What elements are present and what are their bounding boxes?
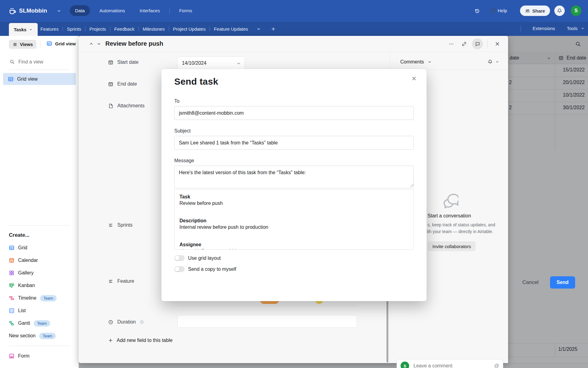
current-view-button[interactable]: Grid view: [47, 41, 76, 46]
views-label: Views: [20, 42, 33, 47]
app-window: SLMobbin Data Automations Interfaces For…: [0, 0, 588, 368]
create-item-gantt[interactable]: Gantt Team: [3, 319, 76, 328]
conversation-empty-line1: s, keep track of status updates, and: [428, 222, 507, 227]
tab-automations[interactable]: Automations: [94, 5, 130, 16]
field-feature[interactable]: Feature: [108, 277, 134, 285]
create-item-timeline[interactable]: Timeline Team: [3, 293, 76, 303]
to-input[interactable]: [174, 106, 414, 120]
table-bar: Tasks Features Sprints Projects Feedback…: [0, 22, 588, 36]
record-close-icon[interactable]: [495, 41, 500, 47]
app-switcher-chevron-icon[interactable]: [57, 9, 61, 13]
tools-label: Tools: [566, 26, 579, 31]
preview-field-value: alexsmith@content-mobbin.com: [179, 248, 409, 250]
preview-field-value: Internal review before push to productio…: [179, 224, 409, 230]
mention-at-icon[interactable]: @: [494, 363, 499, 368]
find-view-input[interactable]: [18, 58, 70, 66]
send-button[interactable]: Send: [550, 276, 575, 289]
field-start-date[interactable]: Start date: [108, 58, 138, 66]
current-view-label: Grid view: [55, 41, 76, 46]
add-field-button[interactable]: Add new field to this table: [108, 338, 172, 343]
sidebar-view-grid-selected[interactable]: Grid view: [3, 73, 76, 85]
record-header-divider: [487, 40, 488, 48]
notifications-button[interactable]: [554, 6, 565, 16]
invite-collaborators-button[interactable]: Invite collaborators: [428, 241, 476, 251]
table-tab-projects[interactable]: Projects: [88, 26, 107, 32]
history-icon[interactable]: [474, 8, 480, 14]
textarea-resize-handle[interactable]: [410, 184, 414, 187]
field-sprints[interactable]: Sprints: [108, 221, 133, 229]
help-icon: [490, 8, 496, 13]
more-tables-chevron-icon[interactable]: [256, 27, 261, 31]
help-label: Help: [498, 8, 507, 13]
record-copy-link-icon[interactable]: [462, 41, 467, 47]
create-item-gallery[interactable]: Gallery: [3, 268, 76, 278]
hamburger-icon: [13, 42, 17, 47]
comments-filter-dropdown[interactable]: Comments: [400, 59, 432, 65]
date-chevron-icon: [236, 61, 241, 66]
top-nav-tabs: Data Automations Interfaces Forms: [70, 5, 197, 16]
grid-icon: [9, 245, 14, 251]
task-preview-box: Task Review before push Description Inte…: [174, 190, 414, 250]
subject-input[interactable]: [174, 136, 414, 150]
app-name: SLMobbin: [19, 7, 47, 14]
clock-icon: [108, 320, 113, 325]
tab-forms[interactable]: Forms: [174, 5, 198, 16]
table-tab-sprints[interactable]: Sprints: [66, 26, 82, 32]
duration-input[interactable]: [177, 315, 357, 328]
tab-interfaces[interactable]: Interfaces: [134, 5, 165, 16]
table-tab-milestones[interactable]: Milestones: [141, 26, 166, 32]
comments-notifications-dropdown[interactable]: [488, 59, 499, 64]
extensions-button[interactable]: Extensions: [531, 26, 556, 31]
record-more-icon[interactable]: [449, 41, 454, 47]
table-tab-feature-updates[interactable]: Feature Updates: [213, 26, 249, 32]
list-icon: [9, 308, 14, 313]
field-attachments[interactable]: Attachments: [108, 102, 145, 110]
toggle-label: Use grid layout: [188, 255, 221, 261]
comment-bubble-icon: [475, 41, 480, 47]
dialog-title: Send task: [174, 76, 218, 87]
start-date-input[interactable]: 14/10/2024: [177, 56, 245, 70]
share-button[interactable]: Share: [520, 6, 550, 16]
send-copy-toggle-row: Send a copy to myself: [174, 266, 236, 272]
dialog-close-icon[interactable]: [411, 76, 417, 81]
tools-button[interactable]: Tools: [566, 26, 585, 31]
tablebar-divider: [521, 26, 521, 32]
create-item-list[interactable]: List: [3, 306, 76, 315]
create-item-grid[interactable]: Grid: [3, 243, 76, 252]
grid-view-icon: [47, 41, 52, 46]
use-grid-layout-toggle-row: Use grid layout: [174, 255, 221, 261]
views-toggle-button[interactable]: Views: [9, 40, 36, 49]
use-grid-layout-toggle[interactable]: [174, 255, 185, 261]
comment-input[interactable]: [413, 363, 491, 368]
table-tab-feedback[interactable]: Feedback: [113, 26, 136, 32]
field-duration[interactable]: Duration: [108, 318, 144, 326]
calendar-icon: [9, 258, 14, 263]
grid-view-icon: [8, 76, 13, 82]
add-table-icon[interactable]: [271, 27, 276, 31]
record-comments-toggle[interactable]: [472, 38, 483, 49]
tab-data[interactable]: Data: [70, 5, 90, 16]
toggle-label: Send a copy to myself: [188, 266, 236, 272]
create-item-form[interactable]: Form: [3, 351, 76, 361]
table-tab-features[interactable]: Features: [39, 26, 60, 32]
user-avatar[interactable]: S: [571, 6, 581, 16]
table-tab-tasks-active[interactable]: Tasks: [9, 23, 38, 36]
conversation-bubbles-icon: [441, 190, 458, 208]
field-end-date[interactable]: End date: [108, 80, 137, 88]
previous-record-chevron-icon[interactable]: [89, 41, 94, 46]
create-item-calendar[interactable]: Calendar: [3, 256, 76, 265]
create-item-new-section[interactable]: New section Team: [3, 331, 76, 340]
comment-input-bar[interactable]: S @: [397, 359, 503, 368]
cancel-button[interactable]: Cancel: [517, 279, 544, 286]
table-tab-project-updates[interactable]: Project Updates: [172, 26, 207, 32]
create-item-kanban[interactable]: Kanban: [3, 281, 76, 290]
next-record-chevron-icon[interactable]: [96, 41, 101, 46]
record-header: Review before push: [79, 36, 508, 52]
send-copy-toggle[interactable]: [174, 266, 185, 272]
top-navbar: SLMobbin Data Automations Interfaces For…: [0, 0, 588, 22]
kanban-icon: [9, 283, 14, 288]
preview-field-name: Description: [179, 217, 409, 224]
message-textarea[interactable]: Here's the latest version of this task f…: [174, 166, 414, 188]
share-label: Share: [532, 8, 545, 13]
help-button[interactable]: Help: [490, 8, 507, 13]
